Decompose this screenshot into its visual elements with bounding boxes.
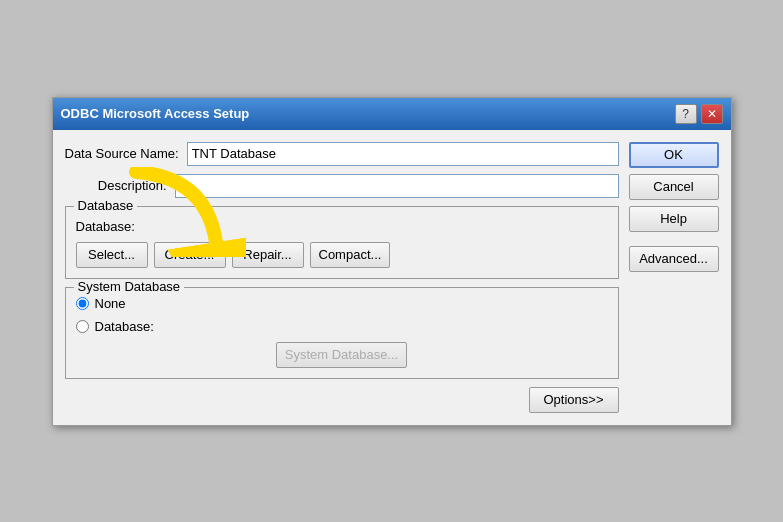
system-db-group-title: System Database [74, 279, 185, 294]
database-radio[interactable] [76, 320, 89, 333]
none-radio[interactable] [76, 297, 89, 310]
description-row: Description: [65, 174, 619, 198]
create-button[interactable]: Create... [154, 242, 226, 268]
select-button[interactable]: Select... [76, 242, 148, 268]
left-panel: Data Source Name: Description: Database … [65, 142, 619, 413]
help-title-button[interactable]: ? [675, 104, 697, 124]
description-input[interactable] [175, 174, 619, 198]
close-button[interactable]: ✕ [701, 104, 723, 124]
title-bar: ODBC Microsoft Access Setup ? ✕ [53, 98, 731, 130]
database-path-row: Database: [76, 219, 608, 234]
help-button[interactable]: Help [629, 206, 719, 232]
data-source-input[interactable] [187, 142, 619, 166]
repair-button[interactable]: Repair... [232, 242, 304, 268]
none-radio-row: None [76, 296, 608, 311]
description-label: Description: [65, 178, 175, 193]
compact-button[interactable]: Compact... [310, 242, 391, 268]
data-source-row: Data Source Name: [65, 142, 619, 166]
database-label: Database: [76, 219, 146, 234]
odbc-dialog: ODBC Microsoft Access Setup ? ✕ Data Sou… [52, 97, 732, 426]
database-group-title: Database [74, 198, 138, 213]
window-title: ODBC Microsoft Access Setup [61, 106, 250, 121]
dialog-body: Data Source Name: Description: Database … [53, 130, 731, 425]
cancel-button[interactable]: Cancel [629, 174, 719, 200]
db-buttons: Select... Create... Repair... Compact... [76, 242, 608, 268]
database-radio-label[interactable]: Database: [95, 319, 154, 334]
none-label[interactable]: None [95, 296, 126, 311]
data-source-label: Data Source Name: [65, 146, 187, 161]
options-button[interactable]: Options>> [529, 387, 619, 413]
db-buttons-container: Select... Create... Repair... Compact... [76, 242, 608, 268]
database-group: Database Database: [65, 206, 619, 279]
database-radio-row: Database: [76, 319, 608, 334]
system-database-group: System Database None Database: System Da… [65, 287, 619, 379]
options-row: Options>> [65, 387, 619, 413]
title-controls: ? ✕ [675, 104, 723, 124]
ok-button[interactable]: OK [629, 142, 719, 168]
advanced-button[interactable]: Advanced... [629, 246, 719, 272]
right-panel: OK Cancel Help Advanced... [629, 142, 719, 413]
system-database-button[interactable]: System Database... [276, 342, 407, 368]
